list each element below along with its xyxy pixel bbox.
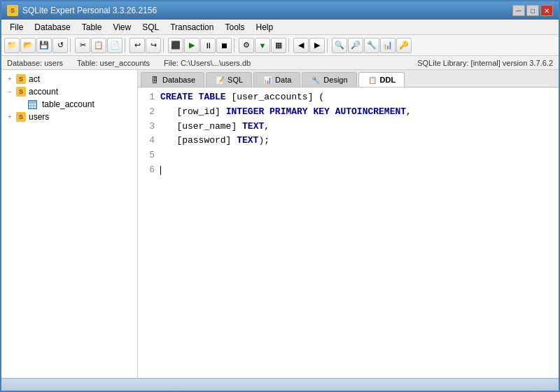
menu-view[interactable]: View	[107, 21, 136, 34]
info-bar: Database: users Table: user_accounts Fil…	[1, 56, 559, 70]
code-text-3: [user_name] TEXT,	[160, 120, 270, 134]
icon-users: S	[15, 111, 27, 122]
tab-sql[interactable]: 📝 SQL	[206, 72, 252, 87]
label-users: users	[29, 112, 49, 122]
sidebar: + S act − S account	[1, 70, 138, 378]
tb-run[interactable]: ▶	[184, 38, 200, 53]
tb-grid[interactable]: ▦	[271, 38, 286, 53]
tb-filter[interactable]: ▼	[255, 38, 270, 53]
icon-act: S	[15, 74, 27, 85]
main-window: S SQLite Expert Personal 3.3.26.2156 ─ □…	[0, 0, 560, 392]
menu-help[interactable]: Help	[250, 21, 279, 34]
tb-zoom[interactable]: 🔎	[348, 38, 363, 53]
tb-paste[interactable]: 📄	[107, 38, 122, 53]
tab-ddl-label: DDL	[380, 76, 396, 84]
code-text-2: [row_id] INTEGER PRIMARY KEY AUTOINCREME…	[160, 105, 412, 120]
sep6	[327, 38, 330, 52]
minimize-button[interactable]: ─	[512, 5, 525, 16]
sidebar-item-act[interactable]: + S act	[1, 73, 137, 85]
tb-next[interactable]: ▶	[309, 38, 325, 53]
code-line-5: 5	[141, 148, 556, 163]
sep5	[288, 38, 291, 52]
line-num-5: 5	[141, 148, 155, 163]
content-area: 🗄 Database 📝 SQL 📊 Data 🔧 Design 📋	[138, 70, 559, 378]
label-table-account: table_account	[42, 99, 94, 109]
code-line-3: 3 [user_name] TEXT,	[141, 120, 556, 134]
sidebar-item-account[interactable]: − S account	[1, 85, 137, 98]
tb-open[interactable]: 📂	[20, 38, 36, 53]
line-num-6: 6	[141, 163, 155, 178]
tab-data-label: Data	[275, 76, 291, 84]
tab-sql-label: SQL	[227, 76, 243, 84]
menu-database[interactable]: Database	[29, 21, 76, 34]
tb-search[interactable]: 🔍	[332, 38, 347, 53]
maximize-button[interactable]: □	[526, 5, 539, 16]
tb-copy[interactable]: 📋	[91, 38, 106, 53]
menu-tools[interactable]: Tools	[219, 21, 250, 34]
tb-undo[interactable]: ↩	[130, 38, 145, 53]
code-text-1: CREATE TABLE [user_accounts] (	[160, 90, 324, 105]
tb-new[interactable]: 📁	[4, 38, 20, 53]
tab-ddl[interactable]: 📋 DDL	[358, 72, 405, 87]
menu-table[interactable]: Table	[76, 21, 108, 34]
code-line-2: 2 [row_id] INTEGER PRIMARY KEY AUTOINCRE…	[141, 105, 556, 120]
sep2	[125, 38, 127, 52]
tab-data[interactable]: 📊 Data	[253, 72, 300, 87]
tab-design[interactable]: 🔧 Design	[302, 72, 356, 87]
menu-sql[interactable]: SQL	[136, 21, 164, 34]
title-bar: S SQLite Expert Personal 3.3.26.2156 ─ □…	[1, 1, 559, 20]
tb-redo[interactable]: ↪	[146, 38, 161, 53]
menu-file[interactable]: File	[4, 21, 29, 34]
tb-save[interactable]: 💾	[36, 38, 52, 53]
code-text-4: [password] TEXT);	[160, 134, 270, 148]
bottom-status-bar	[1, 378, 559, 391]
toolbar: 📁 📂 💾 ↺ ✂ 📋 📄 ↩ ↪ ⬛ ▶ ⏸ ⏹ ⚙ ▼ ▦ ◀ ▶ 🔍 🔎 …	[1, 35, 559, 56]
close-button[interactable]: ✕	[540, 5, 553, 16]
menu-bar: File Database Table View SQL Transaction…	[1, 20, 559, 35]
toggle-act[interactable]: +	[4, 74, 15, 85]
tb-settings[interactable]: ⚙	[239, 38, 254, 53]
tb-pause[interactable]: ⏸	[200, 38, 216, 53]
tb-cut[interactable]: ✂	[75, 38, 90, 53]
tab-design-label: Design	[323, 76, 347, 84]
line-num-2: 2	[141, 105, 155, 120]
code-text-5	[160, 148, 166, 163]
db-label: Database: users	[7, 59, 63, 67]
tb-refresh[interactable]: ↺	[52, 38, 68, 53]
toggle-users[interactable]: +	[4, 111, 15, 122]
design-tab-icon: 🔧	[311, 75, 321, 85]
data-tab-icon: 📊	[262, 75, 272, 85]
sidebar-item-table-account[interactable]: table_account	[1, 98, 137, 111]
sidebar-item-users[interactable]: + S users	[1, 111, 137, 123]
tb-prev[interactable]: ◀	[293, 38, 309, 53]
table-label: Table: user_accounts	[77, 59, 150, 67]
icon-account: S	[15, 86, 27, 97]
tb-extra1[interactable]: 📊	[380, 38, 396, 53]
tb-extra2[interactable]: 🔑	[396, 38, 412, 53]
toggle-account[interactable]: −	[4, 86, 15, 97]
sep1	[70, 38, 73, 52]
tb-stop[interactable]: ⬛	[168, 38, 183, 53]
main-area: + S act − S account	[1, 70, 559, 378]
database-tab-icon: 🗄	[150, 75, 160, 85]
app-icon: S	[7, 5, 18, 16]
sql-tab-icon: 📝	[215, 75, 225, 85]
tab-database[interactable]: 🗄 Database	[141, 72, 204, 87]
ddl-tab-icon: 📋	[368, 75, 377, 85]
title-bar-left: S SQLite Expert Personal 3.3.26.2156	[7, 5, 157, 16]
library-label: SQLite Library: [internal] version 3.7.6…	[417, 59, 553, 67]
code-text-6	[160, 163, 161, 178]
line-num-3: 3	[141, 120, 155, 134]
tb-step[interactable]: ⏹	[216, 38, 232, 53]
label-account: account	[29, 87, 58, 97]
ddl-editor[interactable]: 1 CREATE TABLE [user_accounts] ( 2 [row_…	[138, 88, 559, 378]
code-line-1: 1 CREATE TABLE [user_accounts] (	[141, 90, 556, 105]
icon-table-account	[27, 99, 38, 110]
line-num-4: 4	[141, 134, 155, 148]
code-line-4: 4 [password] TEXT);	[141, 134, 556, 148]
menu-transaction[interactable]: Transaction	[164, 21, 219, 34]
title-controls: ─ □ ✕	[512, 5, 553, 16]
code-line-6: 6	[141, 163, 556, 178]
label-act: act	[29, 74, 40, 84]
tb-tools[interactable]: 🔧	[364, 38, 379, 53]
